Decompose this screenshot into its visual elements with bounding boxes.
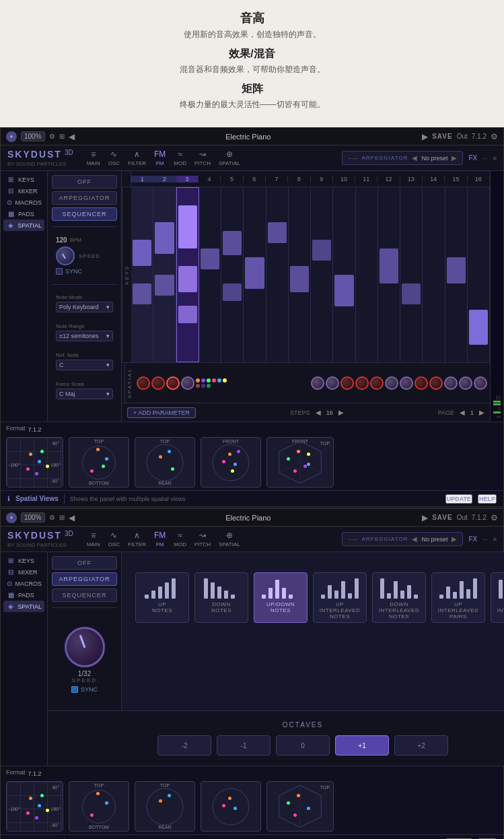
col-3[interactable]: 3 (176, 176, 199, 182)
spatial-knob-1-10[interactable] (385, 376, 398, 390)
seq-col-2[interactable] (153, 187, 176, 362)
icon-macros-1[interactable]: ⊙ MACROS (3, 197, 44, 208)
arp-btn-1[interactable]: ARPEGGIATOR (52, 191, 117, 205)
icon-macros-2[interactable]: ⊙ MACROS (3, 578, 44, 589)
spatial-knob-1-14[interactable] (444, 376, 458, 390)
nav-tab-spatial-2[interactable]: ⊕SPATIAL (219, 531, 240, 547)
ref-note-select-1[interactable]: C ▾ (56, 360, 113, 370)
spatial-knob-1-9[interactable] (370, 376, 384, 390)
save-btn-2[interactable]: SAVE (432, 514, 453, 521)
col-2[interactable]: 2 (153, 176, 176, 182)
seq-col-9[interactable] (311, 187, 333, 362)
col-4[interactable]: 4 (199, 176, 221, 182)
gear-icon-1[interactable]: ⚙ (491, 132, 498, 141)
fx-label-2[interactable]: FX (468, 535, 477, 543)
seq-col-7[interactable] (266, 187, 289, 362)
col-14[interactable]: 14 (423, 176, 445, 182)
spatial-view-front-1[interactable]: FRONT (201, 437, 261, 488)
spatial-knob-1-3[interactable] (166, 376, 180, 390)
icon-mixer-1[interactable]: ⊟ MIXER (3, 185, 44, 197)
col-15[interactable]: 15 (445, 176, 467, 182)
nav-tab-fm-2[interactable]: FMFM (154, 531, 166, 547)
seq-col-12[interactable] (378, 187, 400, 362)
col-6[interactable]: 6 (244, 176, 266, 182)
gear-icon-2[interactable]: ⚙ (491, 513, 498, 523)
speed-knob-1[interactable] (56, 246, 75, 265)
spatial-view-top-1[interactable]: TOP BOTTOM (69, 437, 129, 488)
arp-pattern-down-notes[interactable]: DOWNNOTES (194, 572, 248, 623)
seq-btn-2[interactable]: SEQUENCER (52, 589, 117, 602)
arp-nav-left-1[interactable]: ◀ (412, 154, 417, 162)
matrix-icon-1[interactable]: ≡ (493, 155, 497, 162)
icon-spatial-2[interactable]: ◈ SPATIAL (3, 601, 44, 612)
col-9[interactable]: 9 (311, 176, 333, 182)
seq-col-5[interactable] (221, 187, 244, 362)
icon-mixer-2[interactable]: ⊟ MIXER (3, 566, 44, 578)
note-mode-select-1[interactable]: Poly Keyboard ▾ (56, 302, 113, 312)
icon-pads-2[interactable]: ▦ PADS (3, 589, 44, 601)
arp-pattern-updown-notes[interactable]: UP/DOWNNOTES (254, 572, 308, 623)
arp-pattern-down-interleaved-pairs[interactable]: DOWNINTERLEAVEDPAIRS (491, 572, 504, 623)
arp-pattern-down-interleaved-notes[interactable]: DOWNINTERLEAVEDNOTES (372, 572, 426, 623)
nav-tab-main[interactable]: ≡ MAIN (87, 149, 100, 166)
status-help-1[interactable]: HELP (478, 494, 497, 504)
octave-btn-0[interactable]: 0 (276, 735, 330, 756)
spatial-knob-1-5[interactable] (311, 376, 324, 390)
nav-right-2[interactable]: ▶ (422, 513, 428, 523)
sync-checkbox-2[interactable] (71, 686, 78, 693)
arp-pattern-up-interleaved-pairs[interactable]: UPINTERLEAVEDPAIRS (431, 572, 485, 623)
col-10[interactable]: 10 (333, 176, 355, 182)
nav-tab-osc-2[interactable]: ∿OSC (108, 531, 120, 547)
icon-keys-2[interactable]: ⊞ KEYS (3, 555, 44, 566)
spatial-knob-1-16[interactable] (474, 376, 487, 390)
seq-columns-1[interactable] (131, 187, 490, 362)
seq-col-14[interactable] (423, 187, 445, 362)
col-12[interactable]: 12 (377, 176, 400, 182)
nav-tab-filter[interactable]: ∧ FILTER (128, 149, 146, 166)
matrix-icon-2[interactable]: ≡ (493, 536, 497, 543)
icon-spatial-1[interactable]: ◈ SPATIAL (3, 220, 44, 231)
seq-col-6[interactable] (244, 187, 266, 362)
off-btn-2[interactable]: OFF (52, 556, 117, 570)
icon-keys-1[interactable]: ⊞ KEYS (3, 174, 44, 185)
nav-right-1[interactable]: ▶ (422, 132, 428, 141)
spatial-knob-1-7[interactable] (340, 376, 354, 390)
nav-tab-main-2[interactable]: ≡MAIN (87, 531, 100, 547)
spatial-knob-1-12[interactable] (415, 376, 428, 390)
zoom-2[interactable]: 100% (21, 512, 45, 523)
extras-label-2[interactable]: ··· (482, 536, 488, 543)
spatial-view-rear-2[interactable]: TOP REAR (135, 781, 195, 832)
zoom-1[interactable]: 100% (21, 131, 45, 141)
spatial-view-rear-1[interactable]: TOP REAR (135, 437, 195, 488)
spatial-view-topdown-1[interactable]: 90° -90° -180° 180° (6, 437, 63, 488)
settings-icon-2[interactable]: ⚙ (49, 514, 55, 521)
spatial-knob-1-1[interactable] (137, 376, 150, 390)
spatial-view-3d-2[interactable]: TOP (266, 781, 334, 832)
col-8[interactable]: 8 (288, 176, 310, 182)
seq-col-1[interactable] (131, 187, 153, 362)
nav-tab-spatial[interactable]: ⊕ SPATIAL (219, 149, 240, 166)
arp-pattern-up-interleaved-notes[interactable]: UPINTERLEAVEDNOTES (313, 572, 367, 623)
spatial-knob-1-15[interactable] (459, 376, 472, 390)
page-nav-left-1[interactable]: ◀ (460, 409, 465, 416)
nav-left-2[interactable]: ◀ (69, 513, 75, 523)
nav-tab-pitch-2[interactable]: ↝PITCH (194, 531, 211, 547)
steps-nav-right-1[interactable]: ▶ (338, 409, 344, 416)
spatial-knob-1-2[interactable] (151, 376, 165, 390)
spatial-knob-1-11[interactable] (400, 376, 413, 390)
col-7[interactable]: 7 (266, 176, 288, 182)
icon-pads-1[interactable]: ▦ PADS (3, 208, 44, 220)
spatial-knob-1-4[interactable] (181, 376, 194, 390)
spatial-view-front-2[interactable] (201, 781, 261, 832)
seq-btn-1[interactable]: SEQUENCER (52, 207, 117, 221)
seq-col-8[interactable] (289, 187, 311, 362)
nav-tab-pitch[interactable]: ↝ PITCH (194, 149, 211, 166)
fx-label-1[interactable]: FX (468, 154, 477, 162)
octave-btn-minus1[interactable]: -1 (217, 735, 271, 756)
octave-btn-plus1[interactable]: +1 (335, 735, 389, 756)
spatial-view-top-2[interactable]: TOP BOTTOM (69, 781, 129, 832)
arp-nav-right-1[interactable]: ▶ (452, 154, 457, 162)
add-param-btn-1[interactable]: + ADD PARAMETER (127, 407, 196, 418)
off-btn-1[interactable]: OFF (52, 175, 117, 189)
octave-btn-minus2[interactable]: -2 (157, 735, 211, 756)
